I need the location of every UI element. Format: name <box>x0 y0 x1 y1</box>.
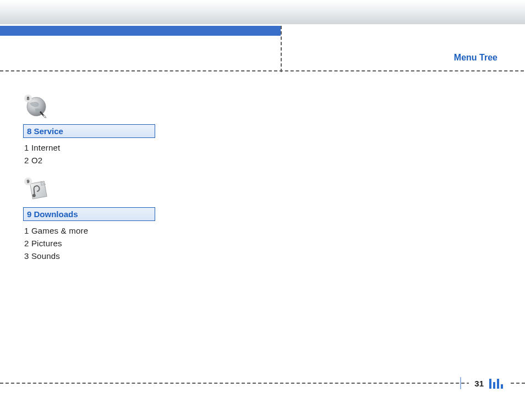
menu-item: 3 Sounds <box>23 250 166 262</box>
blue-header-bar <box>0 26 281 36</box>
section-badge: 8 <box>24 95 32 102</box>
top-dashed-line <box>0 70 524 71</box>
menu-item: 2 O2 <box>23 154 166 167</box>
footer-divider <box>460 377 461 389</box>
menu-item: 1 Internet <box>23 141 166 154</box>
center-dashed-divider <box>281 26 282 72</box>
page-footer: 31 <box>0 375 525 391</box>
bottom-dashed-line <box>0 383 525 384</box>
download-note-icon: 9 <box>25 179 51 203</box>
section-badge: 9 <box>24 178 32 185</box>
top-gradient-band <box>0 0 525 24</box>
section-header-service: 8 Service <box>23 124 155 138</box>
menu-item: 2 Pictures <box>23 237 166 250</box>
menu-content: 8 8 Service 1 Internet 2 O2 9 <box>23 93 166 262</box>
section-header-downloads: 9 Downloads <box>23 207 155 221</box>
decor-bars-icon <box>489 378 503 389</box>
globe-icon: 8 <box>25 96 51 120</box>
svg-marker-2 <box>43 115 46 118</box>
footer-right-group: 31 <box>469 375 508 391</box>
menu-item: 1 Games & more <box>23 224 166 237</box>
breadcrumb-title: Menu Tree <box>454 53 497 63</box>
page-number: 31 <box>474 379 484 388</box>
